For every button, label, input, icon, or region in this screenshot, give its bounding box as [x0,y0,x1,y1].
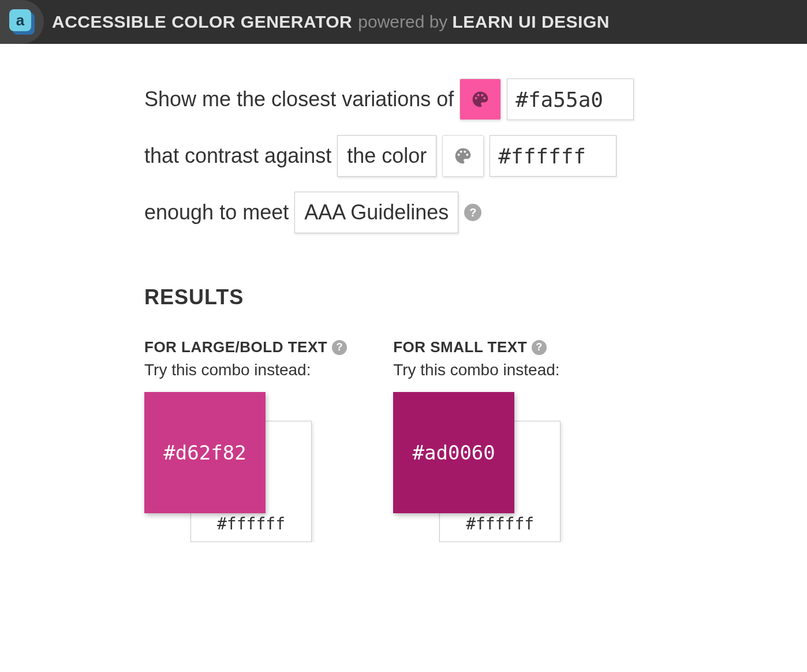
combo-small-front-swatch[interactable]: #ad0060 [393,392,514,513]
app-title: ACCESSIBLE COLOR GENERATOR [52,12,352,32]
prompt-text-2: that contrast against [144,144,331,168]
help-icon[interactable]: ? [532,340,547,355]
help-icon[interactable]: ? [332,340,347,355]
palette-icon [454,147,472,165]
logo-container: a [0,0,44,44]
logo-letter: a [9,9,31,31]
result-large-text: FOR LARGE/BOLD TEXT ? Try this combo ins… [144,338,347,542]
prompt-text-3: enough to meet [144,200,289,225]
combo-large-front-swatch[interactable]: #d62f82 [144,392,266,513]
source-color-swatch[interactable] [459,79,501,120]
background-color-swatch[interactable] [442,135,484,177]
prompt-row-2: that contrast against the color [144,135,664,177]
source-hex-input[interactable] [507,79,634,120]
brand-link[interactable]: LEARN UI DESIGN [452,12,610,32]
result-large-title-row: FOR LARGE/BOLD TEXT ? [144,338,347,356]
background-hex-input[interactable] [490,135,617,177]
powered-by-label: powered by [358,12,447,32]
combo-large: #ffffff #d62f82 [144,392,312,542]
help-icon[interactable]: ? [464,204,481,221]
prompt-text-1: Show me the closest variations of [144,87,454,111]
guideline-select[interactable]: AAA Guidelines [294,192,458,233]
results-heading: RESULTS [144,285,664,309]
background-mode-select[interactable]: the color [337,135,436,177]
results-grid: FOR LARGE/BOLD TEXT ? Try this combo ins… [144,338,664,542]
app-header: a ACCESSIBLE COLOR GENERATOR powered by … [0,0,807,44]
result-small-subtitle: Try this combo instead: [393,361,561,379]
result-small-text: FOR SMALL TEXT ? Try this combo instead:… [393,338,561,542]
result-large-subtitle: Try this combo instead: [144,361,347,379]
result-small-title-row: FOR SMALL TEXT ? [393,338,561,356]
logo-icon[interactable]: a [9,9,35,35]
combo-small: #ffffff #ad0060 [393,392,561,542]
main-content: Show me the closest variations of that c… [0,44,664,542]
result-large-title: FOR LARGE/BOLD TEXT [144,338,327,356]
prompt-row-1: Show me the closest variations of [144,79,664,120]
palette-icon [471,90,490,109]
result-small-title: FOR SMALL TEXT [393,338,527,356]
prompt-row-3: enough to meet AAA Guidelines ? [144,192,664,233]
